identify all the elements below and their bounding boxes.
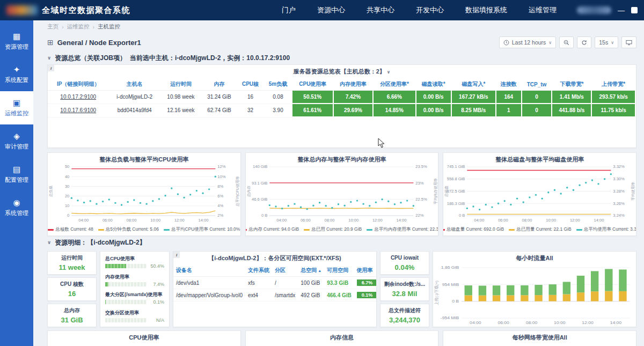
detail-section-header[interactable]: ∨ 资源明细：【i-dcoMjgwLD-2】 bbox=[47, 236, 636, 249]
breadcrumb-item-1[interactable]: 主页 bbox=[47, 23, 58, 31]
database-icon: ▦ bbox=[13, 32, 20, 40]
sidebar-item-2[interactable]: ✦系统配置 bbox=[0, 58, 33, 91]
column-header[interactable]: 使用率 bbox=[354, 264, 377, 277]
legend-item[interactable]: 总核数 Current: 48 bbox=[48, 226, 93, 233]
sidebar-item-5[interactable]: ▤配置管理 bbox=[0, 158, 33, 191]
legend-item[interactable]: 总5分钟负载 Current: 5.06 bbox=[98, 226, 159, 233]
column-header[interactable]: 主机名 bbox=[108, 78, 160, 91]
chart-plot-area[interactable]: 745.1 GiB558.8 GiB372.5 GiB186.3 GiB0 B3… bbox=[443, 164, 636, 224]
legend-item[interactable]: 总磁盘量 Current: 692.0 GiB bbox=[443, 226, 504, 233]
svg-text:0 B: 0 B bbox=[261, 214, 267, 218]
legend-color-mark bbox=[48, 229, 54, 231]
column-header[interactable]: 连接数 bbox=[496, 78, 522, 91]
column-header[interactable]: 磁盘写入* bbox=[451, 78, 496, 91]
legend-item[interactable]: 总平均CPU使用率 Current: 10.0% bbox=[164, 226, 240, 233]
svg-text:06:00: 06:00 bbox=[498, 218, 508, 223]
column-header[interactable]: CPU使用率 bbox=[292, 78, 333, 91]
column-header[interactable]: 文件系统 bbox=[245, 264, 272, 277]
panel-info-icon[interactable]: i bbox=[48, 65, 54, 71]
refresh-interval-picker[interactable]: 15s ∨ bbox=[595, 36, 618, 48]
sidebar-item-1[interactable]: ▦资源管理 bbox=[0, 25, 33, 58]
gauge-row-3: 最大分区(/smartdx)使用率0.1% bbox=[105, 291, 164, 305]
chart-plot-area[interactable]: 140 GiB93.1 GiB46.6 GiB0 B23.5%23%22.5%2… bbox=[246, 164, 438, 224]
collapse-caret-icon: ∨ bbox=[47, 55, 51, 61]
legend-item[interactable]: 总内存 Current: 94.0 GiB bbox=[245, 226, 299, 233]
legend-item[interactable]: 总已用 Current: 20.9 GiB bbox=[304, 226, 362, 233]
bottom-panel-1: CPU使用率 bbox=[47, 330, 241, 346]
column-header[interactable]: 可用空间 bbox=[324, 264, 354, 277]
host-ip-link[interactable]: 10.0.17.6:9100 bbox=[48, 104, 108, 117]
zoom-out-button[interactable] bbox=[559, 36, 574, 48]
chart-plot-area[interactable]: 5040302010012%10%8%6%4%2%04:0006:0008:00… bbox=[48, 164, 240, 224]
user-menu[interactable] bbox=[577, 6, 611, 14]
nav-item-5[interactable]: 数据填报系统 bbox=[465, 5, 507, 15]
bottom-panel-3: 每秒网络带宽使用All bbox=[443, 330, 636, 346]
stat-title: 总内存 bbox=[64, 307, 80, 314]
stat-panel-right-3: 总文件描述符3,244,370 bbox=[380, 304, 429, 327]
gauge-value: 7.4% bbox=[149, 282, 164, 287]
svg-text:372.5 GiB: 372.5 GiB bbox=[447, 189, 465, 194]
nav-item-2[interactable]: 资源中心 bbox=[317, 5, 345, 15]
breadcrumb-item-3[interactable]: 主机监控 bbox=[98, 23, 120, 31]
monitor-icon: ▣ bbox=[13, 99, 20, 107]
metric-cell: 7.42% bbox=[333, 91, 373, 104]
nav-item-6[interactable]: 运维管理 bbox=[529, 5, 557, 15]
nav-item-1[interactable]: 门户 bbox=[282, 5, 296, 15]
minimize-button[interactable]: — bbox=[618, 7, 625, 14]
column-header[interactable]: 分区使用率* bbox=[373, 78, 416, 91]
gauge-value: N/A bbox=[149, 318, 164, 323]
svg-text:12:00: 12:00 bbox=[174, 218, 185, 223]
legend-color-mark bbox=[245, 229, 247, 231]
collapse-caret-icon: ∨ bbox=[47, 240, 51, 245]
stats-column-left: 运行时间11 weekCPU 核数16总内存31 GiB bbox=[47, 251, 97, 327]
column-header[interactable]: 分区 bbox=[272, 264, 298, 277]
panel-info-icon[interactable]: i bbox=[173, 252, 180, 258]
column-header[interactable]: 磁盘读取* bbox=[416, 78, 451, 91]
column-header[interactable]: 运行时间 bbox=[160, 78, 201, 91]
display-button[interactable] bbox=[621, 36, 636, 48]
overview-section-header[interactable]: ∨ 资源总览（关联JOB项） 当前选中主机：i-dcoMjgwLD-2，实例：1… bbox=[47, 51, 636, 64]
svg-text:3.24%: 3.24% bbox=[613, 214, 625, 218]
hourly-traffic-chart[interactable]: 1.86 GiB954 MiB0 B-954 MiB上传(-)/下载(+)04:… bbox=[433, 262, 636, 326]
main-content: 主页›运维监控›主机监控 ⊞ General / Node Exporter1 … bbox=[33, 20, 644, 346]
svg-text:8%: 8% bbox=[217, 184, 223, 189]
column-header[interactable]: TCP_tw bbox=[522, 78, 552, 91]
sidebar-item-3[interactable]: ▣运维监控 bbox=[0, 91, 33, 124]
time-range-picker[interactable]: Last 12 hours ∨ bbox=[499, 36, 557, 48]
metric-cell: 14.85% bbox=[373, 104, 416, 117]
server-table: IP（链接到明细）主机名运行时间内存CPU核5m负载CPU使用率内存使用率分区使… bbox=[48, 78, 636, 117]
breadcrumb-item-2[interactable]: 运维监控 bbox=[67, 23, 90, 31]
column-header[interactable]: 设备名 bbox=[173, 264, 245, 277]
svg-text:-954 MiB: -954 MiB bbox=[441, 316, 459, 320]
legend-item[interactable]: 总平均使用率 Current: 3.3% bbox=[576, 226, 636, 233]
gauge-label: 最大分区(/smartdx)使用率 bbox=[105, 291, 164, 298]
column-header[interactable]: 内存使用率 bbox=[333, 78, 373, 91]
maximize-button[interactable] bbox=[631, 7, 638, 13]
legend-item[interactable]: 总平均内存使用率 Current: 22.3% bbox=[367, 226, 438, 233]
column-header[interactable]: 上传带宽* bbox=[591, 78, 635, 91]
refresh-button[interactable] bbox=[577, 36, 591, 48]
column-header[interactable]: IP（链接到明细） bbox=[48, 78, 108, 91]
total-cell: 100 GiB bbox=[298, 277, 324, 289]
system-icon: ◉ bbox=[13, 198, 20, 207]
chevron-down-icon[interactable]: ∨ bbox=[387, 70, 391, 75]
nav-item-3[interactable]: 共享中心 bbox=[367, 5, 394, 15]
svg-text:14:00: 14:00 bbox=[396, 218, 406, 223]
app-logo bbox=[6, 5, 38, 15]
metric-cell: 1 bbox=[496, 104, 522, 117]
svg-text:93.1 GiB: 93.1 GiB bbox=[252, 181, 267, 186]
column-header[interactable]: 下载带宽* bbox=[552, 78, 591, 91]
sidebar-item-4[interactable]: ◈审计管理 bbox=[0, 124, 33, 158]
nav-item-4[interactable]: 开发中心 bbox=[416, 5, 444, 15]
legend-item[interactable]: 总已用量 Current: 22.1 GiB bbox=[509, 226, 572, 233]
column-header[interactable]: 总空间 ▲ bbox=[298, 264, 324, 277]
cell: 62.74 GiB bbox=[201, 104, 237, 117]
column-header[interactable]: 5m负载 bbox=[264, 78, 292, 91]
cell: bdd0414a9fd4 bbox=[108, 104, 160, 117]
column-header[interactable]: CPU核 bbox=[237, 78, 264, 91]
svg-text:总负载: 总负载 bbox=[49, 186, 53, 197]
host-ip-link[interactable]: 10.0.17.2:9100 bbox=[48, 91, 108, 104]
column-header[interactable]: 内存 bbox=[201, 78, 237, 91]
sidebar-item-label: 审计管理 bbox=[5, 143, 28, 151]
sidebar-item-6[interactable]: ◉系统管理 bbox=[0, 191, 33, 224]
